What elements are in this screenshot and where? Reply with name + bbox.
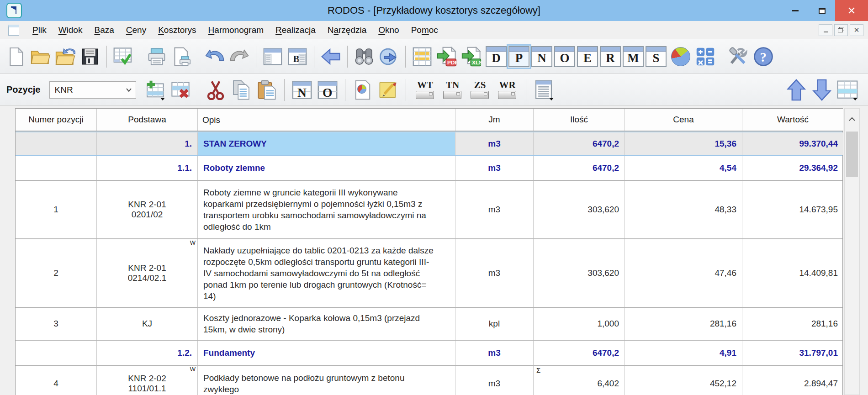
view-r-button[interactable]: R <box>600 46 621 67</box>
paste-icon[interactable] <box>255 77 278 103</box>
cell-podstawa[interactable]: KNR 2-01 0201/02 <box>97 181 198 238</box>
cell-jm[interactable]: m3 <box>455 366 534 395</box>
maximize-button[interactable] <box>809 0 835 21</box>
tools-icon[interactable] <box>727 44 750 69</box>
cell-opis[interactable]: Roboty ziemne w gruncie kategorii III wy… <box>198 181 455 238</box>
export-xls-icon[interactable]: XLS <box>460 44 483 69</box>
new-document-icon[interactable] <box>5 44 27 69</box>
cell-podstawa[interactable]: 1.2. <box>97 341 198 365</box>
cell-wartosc[interactable]: 99.370,44 <box>742 132 843 155</box>
cell-ilosc[interactable]: 303,620 <box>534 239 625 307</box>
add-position-icon[interactable] <box>143 77 166 103</box>
view-s-button[interactable]: S <box>646 46 667 67</box>
menu-item-kosztorys[interactable]: Kosztorys <box>152 23 202 37</box>
verify-table-icon[interactable] <box>112 44 135 69</box>
cell-cena[interactable]: 281,16 <box>625 308 742 340</box>
child-minimize-button[interactable] <box>819 24 832 36</box>
cell-wartosc[interactable]: 29.364,92 <box>742 156 843 180</box>
cell-ilosc[interactable]: 6470,2 <box>534 156 625 180</box>
cell-numer[interactable] <box>16 156 97 180</box>
cell-numer[interactable]: 3 <box>16 308 97 340</box>
cell-wartosc[interactable]: 14.673,95 <box>742 181 843 238</box>
child-restore-button[interactable] <box>834 24 848 36</box>
cell-ilosc[interactable]: 6470,2 <box>534 132 625 155</box>
cell-ilosc[interactable]: 1,000 <box>534 308 625 340</box>
cell-cena[interactable]: 48,33 <box>625 181 742 238</box>
menu-item-realizacja[interactable]: Realizacja <box>270 23 322 37</box>
cell-numer[interactable]: 2 <box>16 239 97 307</box>
cell-podstawa[interactable]: KNR 2-01 0214/02.1W <box>97 239 198 307</box>
column-header[interactable]: Wartość <box>742 109 843 131</box>
column-header[interactable]: Cena <box>625 109 742 131</box>
cell-opis[interactable]: Fundamenty <box>198 341 455 365</box>
menu-item-ceny[interactable]: Ceny <box>120 23 152 37</box>
column-header[interactable]: Podstawa <box>97 109 198 131</box>
goto-icon[interactable] <box>377 44 400 69</box>
cell-podstawa[interactable]: 1.1. <box>97 156 198 180</box>
row-format-icon[interactable] <box>836 77 859 103</box>
tn-button[interactable]: TN <box>439 78 465 102</box>
move-down-icon[interactable] <box>810 77 833 103</box>
cell-podstawa[interactable]: KNR 2-02 1101/01.1W <box>97 366 198 395</box>
delete-position-icon[interactable] <box>169 77 192 103</box>
minimize-button[interactable] <box>782 0 809 21</box>
table-rows-icon[interactable] <box>411 44 434 69</box>
cell-opis[interactable]: Koszty jednorazowe - Koparka kołowa 0,15… <box>198 308 455 340</box>
cell-numer[interactable]: 1 <box>16 181 97 238</box>
menu-item-harmonogram[interactable]: Harmonogram <box>202 23 270 37</box>
cell-cena[interactable]: 4,91 <box>625 341 742 365</box>
cell-wartosc[interactable]: 2.894,47 <box>742 366 843 395</box>
wr-button[interactable]: WR <box>494 78 520 102</box>
column-header[interactable]: Ilość <box>534 109 625 131</box>
cell-jm[interactable]: m3 <box>455 156 534 180</box>
edit-note-icon[interactable] <box>377 77 400 103</box>
cell-jm[interactable]: m3 <box>455 239 534 307</box>
catalog-dropdown[interactable]: KNR <box>49 81 136 99</box>
table-row[interactable]: 1.STAN ZEROWYm36470,215,3699.370,44 <box>16 132 842 156</box>
cell-opis[interactable]: STAN ZEROWY <box>198 132 455 155</box>
view-e-button[interactable]: E <box>577 46 598 67</box>
cell-opis[interactable]: Podkłady betonowe na podłożu gruntowym z… <box>198 366 455 395</box>
cell-podstawa[interactable]: KJ <box>97 308 198 340</box>
table-row[interactable]: 1KNR 2-01 0201/02Roboty ziemne w gruncie… <box>16 181 842 239</box>
cell-cena[interactable]: 452,12 <box>625 366 742 395</box>
calculator-icon[interactable] <box>694 44 717 69</box>
open-recent-icon[interactable] <box>54 44 77 69</box>
close-button[interactable] <box>835 0 868 21</box>
cell-opis[interactable]: Roboty ziemne <box>198 156 455 180</box>
view-m-button[interactable]: M <box>623 46 644 67</box>
vertical-scrollbar[interactable] <box>844 108 860 395</box>
split-view-icon[interactable] <box>261 44 284 69</box>
view-p-button[interactable]: P <box>508 46 529 67</box>
table-row[interactable]: 1.1.Roboty ziemnem36470,24,5429.364,92 <box>16 156 842 181</box>
move-up-icon[interactable] <box>785 77 808 103</box>
window-n-icon[interactable]: N <box>291 77 313 103</box>
copy-icon[interactable] <box>230 77 253 103</box>
table-row[interactable]: 4KNR 2-02 1101/01.1WPodkłady betonowe na… <box>16 366 842 395</box>
document-window-icon[interactable] <box>8 25 19 36</box>
menu-item-widok[interactable]: Widok <box>53 23 89 37</box>
cell-wartosc[interactable]: 14.409,81 <box>742 239 843 307</box>
child-close-button[interactable]: ✕ <box>850 24 863 36</box>
print-preview-icon[interactable] <box>170 44 193 69</box>
scrollbar-thumb[interactable] <box>846 132 858 177</box>
table-row[interactable]: 3KJKoszty jednorazowe - Koparka kołowa 0… <box>16 308 842 341</box>
menu-item-baza[interactable]: Baza <box>88 23 120 37</box>
wt-button[interactable]: WT <box>412 78 438 102</box>
cell-cena[interactable]: 4,54 <box>625 156 742 180</box>
export-pdf-icon[interactable]: PDF <box>435 44 458 69</box>
table-row[interactable]: 1.2.Fundamentym36470,24,9131.797,01 <box>16 341 842 366</box>
cell-ilosc[interactable]: 303,620 <box>534 181 625 238</box>
menu-item-pomoc[interactable]: Pomoc <box>405 23 444 37</box>
help-icon[interactable]: ? <box>752 44 775 69</box>
find-icon[interactable] <box>353 44 376 69</box>
cell-cena[interactable]: 15,36 <box>625 132 742 155</box>
undo-icon[interactable] <box>203 44 226 69</box>
cell-jm[interactable]: kpl <box>455 308 534 340</box>
cell-ilosc[interactable]: 6470,2 <box>534 341 625 365</box>
cell-ilosc[interactable]: 6,402Σ <box>534 366 625 395</box>
print-icon[interactable] <box>145 44 168 69</box>
cell-numer[interactable]: 4 <box>16 366 97 395</box>
save-icon[interactable] <box>79 44 101 69</box>
back-icon[interactable] <box>319 44 342 69</box>
